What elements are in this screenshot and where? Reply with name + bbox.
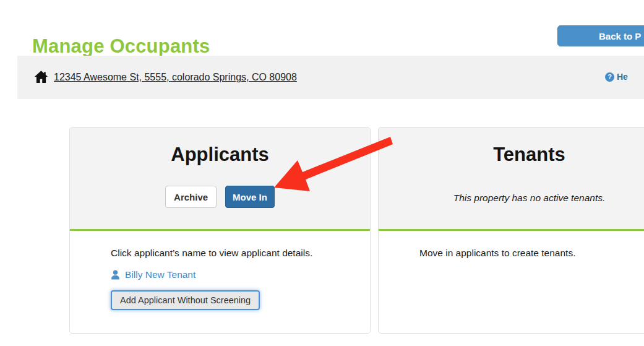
manage-occupants-page: Manage Occupants Back to P 12345 Awesome… (0, 0, 644, 346)
applicants-actions: Archive Move In (70, 186, 370, 208)
tenants-instruction: Move in applicants to create tenants. (419, 248, 644, 259)
tenants-empty-notice: This property has no active tenants. (379, 192, 644, 204)
property-address-link[interactable]: 12345 Awesome St, 5555, colorado Springs… (54, 72, 297, 83)
property-address-bar: 12345 Awesome St, 5555, colorado Springs… (17, 56, 644, 99)
applicants-title: Applicants (70, 143, 370, 167)
tenants-title: Tenants (379, 143, 644, 167)
tenants-panel-body: Move in applicants to create tenants. (379, 231, 644, 259)
applicant-link[interactable]: Billy New Tenant (125, 269, 195, 280)
tenants-panel: Tenants This property has no active tena… (378, 127, 644, 334)
applicants-panel-header: Applicants Archive Move In (70, 128, 370, 231)
move-in-button[interactable]: Move In (225, 186, 275, 208)
archive-button[interactable]: Archive (165, 186, 217, 208)
question-circle-icon: ? (605, 72, 614, 82)
home-icon (33, 69, 49, 85)
applicants-panel-body: Click applicant’s name to view applicant… (70, 231, 370, 310)
add-applicant-without-screening-button[interactable]: Add Applicant Without Screening (111, 290, 260, 310)
applicants-panel: Applicants Archive Move In Click applica… (69, 127, 371, 334)
help-link-label: He (617, 72, 628, 82)
applicant-list-item: Billy New Tenant (111, 269, 370, 280)
page-title: Manage Occupants (32, 35, 210, 58)
back-to-property-button[interactable]: Back to P (557, 25, 644, 46)
tenants-panel-header: Tenants This property has no active tena… (379, 128, 644, 231)
help-link[interactable]: ? He (605, 72, 628, 82)
applicants-instruction: Click applicant’s name to view applicant… (111, 248, 370, 259)
user-icon (111, 270, 120, 280)
